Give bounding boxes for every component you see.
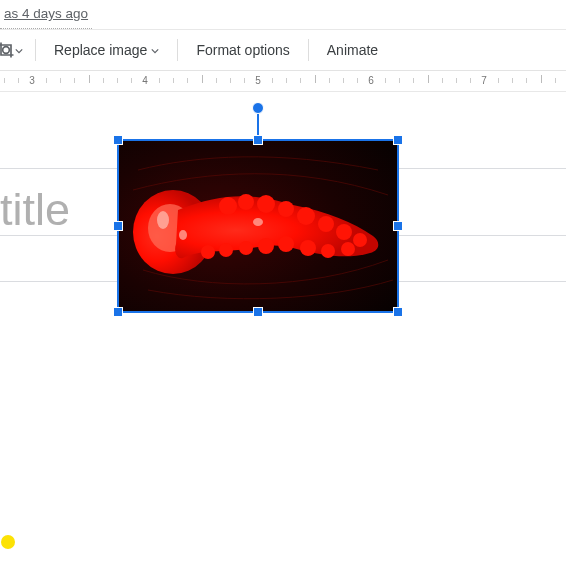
svg-point-21	[179, 230, 187, 240]
slide-canvas[interactable]: title	[0, 92, 566, 564]
ruler-tick	[541, 75, 542, 83]
ruler-tick	[4, 78, 5, 83]
toolbar-separator	[308, 39, 309, 61]
ruler-tick	[244, 78, 245, 83]
ruler-tick	[300, 78, 301, 83]
last-edit-link[interactable]: as 4 days ago	[4, 6, 88, 21]
ruler-tick	[187, 78, 188, 83]
ruler-tick	[413, 78, 414, 83]
ruler-tick	[357, 78, 358, 83]
ruler-tick	[286, 78, 287, 83]
title-placeholder-text[interactable]: title	[0, 184, 70, 236]
ruler-number: 6	[368, 75, 374, 86]
ruler-tick	[131, 78, 132, 83]
svg-point-18	[219, 243, 233, 257]
animate-label: Animate	[327, 42, 378, 58]
toolbar-separator	[35, 39, 36, 61]
chevron-down-icon	[15, 42, 23, 58]
ruler-tick	[18, 78, 19, 83]
ruler-tick	[117, 78, 118, 83]
svg-point-11	[353, 233, 367, 247]
resize-handle-bottom-right[interactable]	[393, 307, 403, 317]
resize-handle-left[interactable]	[113, 221, 123, 231]
ruler-tick	[428, 75, 429, 83]
rotation-handle[interactable]	[252, 102, 264, 114]
ruler-tick	[329, 78, 330, 83]
ruler-tick	[230, 78, 231, 83]
toolbar-separator	[177, 39, 178, 61]
ruler-tick	[74, 78, 75, 83]
ruler-tick	[103, 78, 104, 83]
ruler-tick	[512, 78, 513, 83]
svg-point-0	[3, 47, 10, 54]
ruler-tick	[89, 75, 90, 83]
svg-point-19	[201, 245, 215, 259]
resize-handle-top-right[interactable]	[393, 135, 403, 145]
image-toolbar: Replace image Format options Animate	[0, 29, 566, 71]
ruler-tick	[216, 78, 217, 83]
format-options-label: Format options	[196, 42, 289, 58]
selected-image[interactable]	[118, 140, 398, 312]
jellyfish-icon	[118, 140, 398, 312]
ruler-number: 7	[481, 75, 487, 86]
ruler-tick	[498, 78, 499, 83]
ruler-number: 4	[142, 75, 148, 86]
svg-point-10	[336, 224, 352, 240]
svg-point-4	[219, 197, 237, 215]
resize-handle-top-left[interactable]	[113, 135, 123, 145]
svg-point-8	[297, 207, 315, 225]
mask-image-button[interactable]	[0, 35, 29, 65]
ruler-tick	[159, 78, 160, 83]
resize-handle-bottom[interactable]	[253, 307, 263, 317]
ruler-tick	[385, 78, 386, 83]
ruler-tick	[46, 78, 47, 83]
replace-image-button[interactable]: Replace image	[42, 35, 171, 65]
speaker-notes-marker[interactable]	[1, 535, 15, 549]
replace-image-label: Replace image	[54, 42, 147, 58]
image-content[interactable]	[118, 140, 398, 312]
ruler-tick	[399, 78, 400, 83]
svg-point-22	[253, 218, 263, 226]
ruler-tick	[272, 78, 273, 83]
ruler-tick	[315, 75, 316, 83]
animate-button[interactable]: Animate	[315, 35, 390, 65]
ruler-number: 3	[29, 75, 35, 86]
resize-handle-right[interactable]	[393, 221, 403, 231]
svg-point-13	[321, 244, 335, 258]
svg-point-16	[258, 238, 274, 254]
svg-point-20	[157, 211, 169, 229]
resize-handle-top[interactable]	[253, 135, 263, 145]
svg-point-9	[318, 216, 334, 232]
ruler-tick	[60, 78, 61, 83]
svg-point-15	[278, 236, 294, 252]
ruler-tick	[555, 78, 556, 83]
chevron-down-icon	[151, 42, 159, 58]
resize-handle-bottom-left[interactable]	[113, 307, 123, 317]
ruler-tick	[456, 78, 457, 83]
ruler-tick	[470, 78, 471, 83]
ruler-tick	[526, 78, 527, 83]
svg-point-14	[300, 240, 316, 256]
ruler-tick	[442, 78, 443, 83]
last-edit-info[interactable]: as 4 days ago	[0, 0, 92, 29]
ruler-tick	[343, 78, 344, 83]
svg-point-17	[239, 241, 253, 255]
ruler-number: 5	[255, 75, 261, 86]
svg-point-7	[278, 201, 294, 217]
svg-point-5	[238, 194, 254, 210]
format-options-button[interactable]: Format options	[184, 35, 301, 65]
horizontal-ruler[interactable]: 3 4 5 6 7 []	[0, 71, 566, 92]
svg-point-12	[341, 242, 355, 256]
ruler-tick	[173, 78, 174, 83]
ruler-tick	[202, 75, 203, 83]
svg-point-6	[257, 195, 275, 213]
